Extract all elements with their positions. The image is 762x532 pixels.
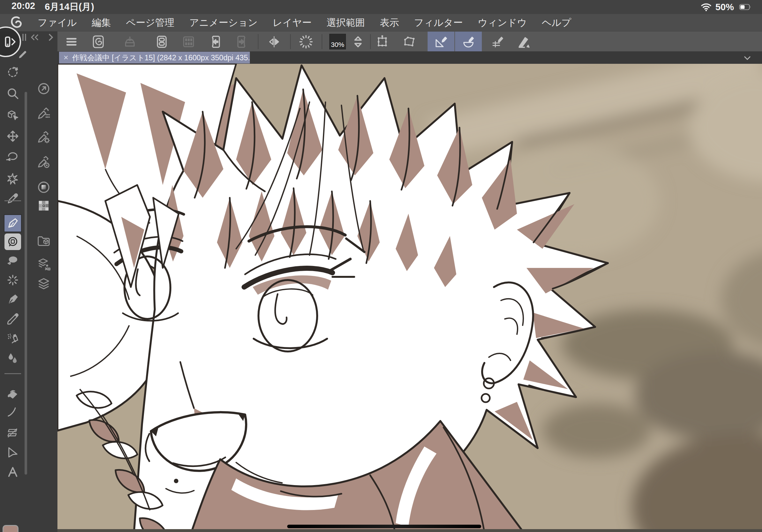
snap-to-grid-button[interactable] xyxy=(489,33,507,50)
dashed-circle-arrow-icon xyxy=(6,65,20,79)
battery-half-icon xyxy=(738,3,752,11)
tool-frame-border[interactable] xyxy=(4,424,22,442)
palette-sub-tool[interactable] xyxy=(35,104,53,122)
palette-quick-access[interactable] xyxy=(35,80,53,98)
palette-tool-property[interactable] xyxy=(35,129,53,146)
pen-gear-icon xyxy=(37,130,51,145)
snap-to-special-ruler-button[interactable] xyxy=(460,33,477,50)
palette-material[interactable] xyxy=(35,232,53,250)
snap-ruler-icon xyxy=(434,34,448,49)
tool-palette-scrollbar[interactable] xyxy=(25,92,27,475)
menu-bar: ファイル 編集 ページ管理 アニメーション レイヤー 選択範囲 表示 フィルター… xyxy=(0,14,762,31)
menu-selection[interactable]: 選択範囲 xyxy=(327,16,365,29)
reset-rotation-button[interactable] xyxy=(297,33,315,50)
palette-color-set[interactable] xyxy=(35,197,53,215)
tool-group-divider xyxy=(4,373,21,374)
clip-studio-home-button[interactable] xyxy=(89,33,107,50)
menu-edit[interactable]: 編集 xyxy=(92,16,111,29)
double-chevron-left-icon[interactable] xyxy=(30,33,39,41)
cube-cursor-icon xyxy=(6,108,20,121)
tool-flash-lines[interactable] xyxy=(4,271,22,289)
tool-pencil[interactable] xyxy=(4,233,22,251)
tool-brush[interactable] xyxy=(4,310,22,328)
toolbar-separator xyxy=(258,34,259,49)
tool-zoom[interactable] xyxy=(4,85,22,102)
menu-window[interactable]: ウィンドウ xyxy=(478,16,527,29)
tool-airbrush[interactable] xyxy=(4,330,22,348)
clip-studio-paint-screen: 20:02 6月14日(月) 50% ファイル 編集 ページ管理 アニメーション… xyxy=(0,0,762,532)
move-arrows-icon xyxy=(6,129,20,143)
toolbar-separator xyxy=(290,34,291,49)
pen-nib-icon xyxy=(6,217,20,230)
clip-studio-icon xyxy=(91,34,106,49)
tab-overflow-button[interactable] xyxy=(740,51,754,64)
menu-layer[interactable]: レイヤー xyxy=(272,16,311,29)
menu-animation[interactable]: アニメーション xyxy=(189,16,258,29)
next-page-button[interactable] xyxy=(233,33,251,50)
flip-horizontal-button[interactable] xyxy=(265,33,283,50)
command-bar: 30% xyxy=(57,31,762,52)
tool-object[interactable] xyxy=(4,106,22,124)
document-tab[interactable]: × 作戦会議中 [イラスト15] (2842 x 1600px 350dpi 4… xyxy=(59,52,250,63)
tool-pen[interactable] xyxy=(4,214,22,232)
export-tray-icon xyxy=(122,34,137,49)
main-color-swatch[interactable] xyxy=(3,525,19,532)
tool-curve[interactable] xyxy=(4,403,22,421)
transform-button[interactable] xyxy=(373,33,391,50)
mesh-transform-button[interactable] xyxy=(400,33,418,50)
previous-page-button[interactable] xyxy=(206,33,224,50)
pen-pressure-button[interactable] xyxy=(514,33,532,50)
tool-blend[interactable] xyxy=(4,350,22,367)
menu-filter[interactable]: フィルター xyxy=(414,16,463,29)
main-menu-button[interactable] xyxy=(62,33,80,50)
tool-balloon[interactable] xyxy=(4,252,22,270)
page-thumbnails-button[interactable] xyxy=(180,33,197,50)
menu-help[interactable]: ヘルプ xyxy=(542,16,571,29)
toolbar-separator xyxy=(322,34,322,49)
menu-file[interactable]: ファイル xyxy=(38,16,77,29)
zoom-stepper-button[interactable] xyxy=(349,33,367,50)
palette-layers[interactable] xyxy=(35,275,53,293)
material-folder-icon xyxy=(37,234,51,248)
export-button[interactable] xyxy=(121,33,139,50)
tool-lasso-select[interactable] xyxy=(4,148,22,166)
toolbar-separator xyxy=(370,34,371,49)
flip-horizontal-icon xyxy=(267,34,281,49)
menu-view[interactable]: 表示 xyxy=(380,16,399,29)
clock: 20:02 xyxy=(12,1,35,13)
pencil-icon[interactable] xyxy=(17,49,28,61)
balloon-icon xyxy=(6,254,20,268)
home-indicator[interactable] xyxy=(287,525,481,528)
page-panel-button[interactable] xyxy=(153,33,171,50)
zoom-level-field[interactable]: 30% xyxy=(329,34,346,49)
color-grid-icon xyxy=(37,198,51,213)
palette-layer-property[interactable] xyxy=(35,255,53,273)
tool-eyedropper[interactable] xyxy=(4,189,22,207)
palette-brush-size[interactable] xyxy=(35,154,53,171)
drag-handle-icon[interactable] xyxy=(21,33,28,41)
close-tab-button[interactable]: × xyxy=(63,53,68,62)
rotate-reset-icon xyxy=(299,34,313,49)
chevron-down-icon xyxy=(741,52,753,63)
page-previous-icon xyxy=(208,34,223,49)
circled-arrow-icon xyxy=(37,81,51,96)
sunburst-icon xyxy=(6,273,20,287)
page-next-icon xyxy=(235,34,249,49)
tool-move-layer[interactable] xyxy=(4,127,22,145)
tool-text[interactable] xyxy=(4,463,22,481)
drawing-canvas[interactable] xyxy=(57,64,762,532)
tool-ruler[interactable] xyxy=(4,443,22,461)
tool-auto-select[interactable] xyxy=(4,169,22,187)
menu-page-management[interactable]: ページ管理 xyxy=(126,16,174,29)
palette-color-wheel[interactable] xyxy=(35,178,53,196)
tool-fill[interactable] xyxy=(4,385,22,403)
snap-to-ruler-button[interactable] xyxy=(432,33,450,50)
chevron-right-icon[interactable] xyxy=(47,33,54,41)
magnifier-icon xyxy=(6,87,20,100)
triangle-ruler-icon xyxy=(6,445,20,459)
tool-dip-pen[interactable] xyxy=(4,290,22,308)
snap-special-ruler-icon xyxy=(461,34,476,49)
pen-large-icon xyxy=(516,34,531,49)
tool-selection-circle[interactable] xyxy=(4,63,22,81)
snap-grid-icon xyxy=(491,34,505,49)
